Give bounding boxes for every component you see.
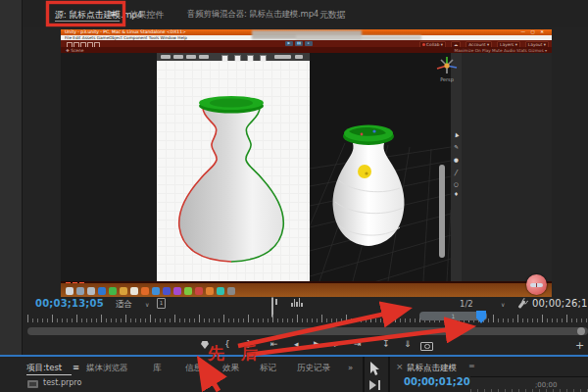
taskbar-red-text [66, 282, 84, 284]
timeline-timecode[interactable]: 00;00;01;20 [404, 376, 470, 387]
taskbar-icon [184, 287, 192, 295]
quality-badge[interactable]: 1 [157, 298, 166, 309]
left-panel-edge [0, 0, 23, 392]
taskbar-icon [152, 287, 160, 295]
current-timecode[interactable]: 00;03;13;05 [35, 298, 104, 309]
taskbar-icon [98, 287, 106, 295]
step-forward-button[interactable]: ▸ [334, 339, 339, 349]
tab-history[interactable]: 历史记录 [297, 363, 330, 374]
project-item-icon [27, 380, 38, 388]
monitor-tab-bar: 源: 鼠标点击建模.mp4 ≡ 效果控件 音频剪辑混合器: 鼠标点击建模.mp4… [0, 0, 588, 27]
selection-tool[interactable] [369, 362, 381, 375]
tab-metadata[interactable]: 元数据 [319, 9, 345, 22]
viewport-3d [310, 53, 451, 281]
active-tab-underline [26, 374, 72, 375]
taskbar-icon [173, 287, 181, 295]
play-mode-icon: ▶ [285, 41, 293, 46]
sketch-canvas [157, 61, 310, 281]
pause-mode-icon: ▮▮ [295, 41, 303, 46]
timeline-panel-menu-icon[interactable]: ≡ [468, 362, 475, 370]
track-select-tool[interactable] [367, 380, 382, 390]
mark-in-button[interactable]: { [224, 339, 230, 349]
play-button[interactable]: ▶ [314, 339, 320, 349]
video-left-panel [61, 53, 157, 281]
canvas-toolbar-chip [173, 55, 183, 59]
pen-tool-icon: ✎ [451, 144, 462, 150]
horizontal-scrollbar[interactable] [27, 327, 588, 335]
video-right-panel [462, 53, 552, 281]
canvas-toolbar-chip [295, 55, 303, 59]
go-to-out-button[interactable]: ⇥ [354, 339, 362, 349]
viewport-scene [310, 53, 451, 281]
tab-overflow-chevron[interactable]: » [348, 363, 353, 372]
video-app-toolbar: ▶ ▮▮ ▸ Collab ▾ ☁ Account ▾ Layers ▾ Lay… [61, 40, 552, 47]
taskbar-icon [227, 287, 235, 295]
source-monitor-video[interactable]: Unity - p3.unity - PC, Mac & Linux Stand… [61, 29, 552, 297]
tab-libraries[interactable]: 库 [153, 363, 162, 374]
window-controls: — ▢ ✕ [521, 29, 546, 34]
chevron-down-icon[interactable]: ∨ [145, 301, 149, 308]
circle-tool-icon: ○ [451, 181, 462, 187]
taskbar-icon [163, 287, 171, 295]
video-taskbar [61, 281, 552, 297]
tab-media-browser[interactable]: 媒体浏览器 [86, 363, 128, 374]
overwrite-button[interactable]: ⇓ [404, 339, 412, 349]
timeline-ruler[interactable]: ;00;00 [470, 376, 588, 392]
tab-markers[interactable]: 标记 [260, 363, 276, 374]
canvas-toolbar-chip [161, 55, 171, 59]
taskbar-icon [109, 287, 117, 295]
close-icon[interactable]: × [396, 362, 404, 371]
step-back-button[interactable]: ◂ [294, 339, 299, 349]
tab-project[interactable]: 项目:test [26, 363, 62, 374]
webcam-avatar [526, 274, 547, 295]
tab-effect-controls[interactable]: 效果控件 [129, 9, 164, 22]
scrollbar-handle[interactable] [577, 327, 585, 335]
brush-tool-icon: ♦ [451, 191, 462, 197]
go-to-in-button[interactable]: ⇤ [270, 339, 278, 349]
select-tool-icon: ▲ [450, 129, 462, 138]
taskbar-icon [206, 287, 214, 295]
export-frame-button[interactable] [420, 342, 433, 351]
canvas-toolbar-chip [199, 55, 209, 59]
taskbar-icon [76, 287, 84, 295]
canvas-toolbar-chip [274, 55, 291, 59]
monitor-time-ruler[interactable] [27, 312, 588, 325]
canvas-toolbar-chip [186, 55, 196, 59]
gizmo-label: Persp [440, 76, 454, 83]
ruler-start-label: ;00;00 [535, 381, 558, 389]
dot-tool-icon: ● [451, 157, 462, 163]
insert-button[interactable]: ↧ [382, 339, 390, 349]
project-file-name[interactable]: test.prpro [43, 378, 81, 387]
taskbar-icon [87, 287, 95, 295]
taskbar-icon [217, 287, 224, 295]
fit-dropdown[interactable]: 适合 [116, 299, 132, 311]
panel-menu-icon[interactable]: ≡ [110, 9, 117, 19]
drag-audio-icon[interactable] [291, 298, 303, 307]
taskbar-icon [120, 287, 127, 295]
taskbar-icon [130, 287, 138, 295]
chevron-down-icon[interactable]: ∨ [501, 301, 505, 308]
taskbar-icon [141, 287, 149, 295]
tab-info[interactable]: 信息 [185, 363, 202, 374]
step-mode-icon: ▸ [305, 41, 313, 46]
panel-divider [363, 357, 365, 392]
mark-out-button[interactable]: } [246, 339, 252, 349]
timeline-tab[interactable]: 鼠标点击建模 [407, 363, 457, 374]
taskbar-icon [66, 287, 74, 295]
video-app-title: Unity - p3.unity - PC, Mac & Linux Stand… [65, 29, 186, 34]
project-panel-menu-icon[interactable]: ≡ [73, 363, 79, 372]
settings-wrench-icon[interactable] [518, 300, 526, 309]
tab-effects[interactable]: 效果 [222, 363, 239, 374]
taskbar-icon [195, 287, 203, 295]
premiere-window: 源: 鼠标点击建模.mp4 ≡ 效果控件 音频剪辑混合器: 鼠标点击建模.mp4… [0, 0, 588, 392]
active-tab-underline [55, 21, 120, 22]
panel-divider [388, 357, 390, 392]
button-editor-plus[interactable]: + [575, 339, 584, 352]
tab-audio-clip-mixer[interactable]: 音频剪辑混合器: 鼠标点击建模.mp4 [187, 9, 318, 21]
canvas-toolbar [157, 53, 310, 61]
sketch-vase [157, 61, 310, 281]
duration-timecode: 00;00;26;15 [532, 298, 588, 309]
add-marker-button[interactable] [201, 341, 209, 349]
playback-resolution-dropdown[interactable]: 1/2 [460, 299, 473, 309]
axis-gizmo: Persp [432, 55, 462, 88]
